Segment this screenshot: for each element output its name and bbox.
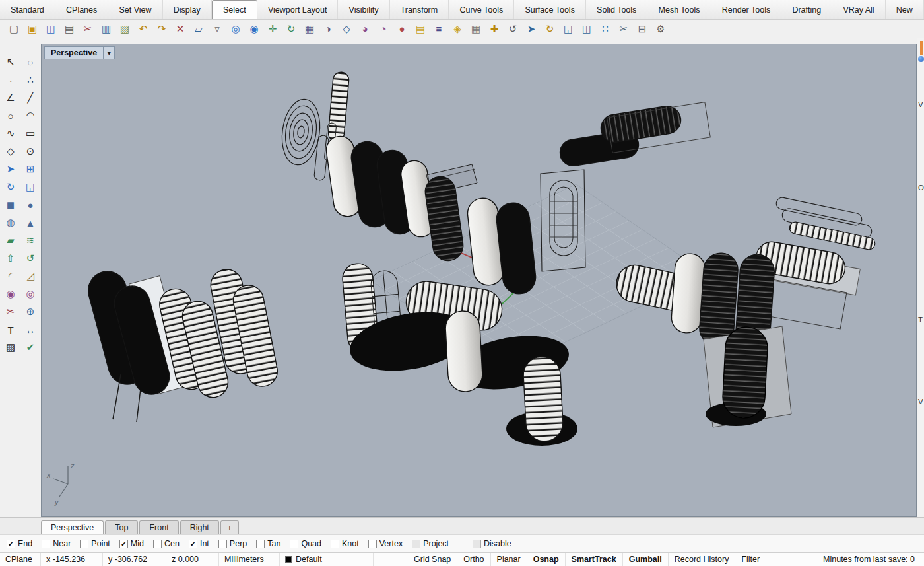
dimension-icon[interactable]: ↔ bbox=[22, 322, 39, 337]
rotate-view-icon[interactable]: ↻ bbox=[282, 21, 300, 37]
freeform-curve-icon[interactable]: ∿ bbox=[2, 125, 19, 141]
checkbox[interactable] bbox=[256, 540, 265, 548]
move-tool-icon[interactable]: ➤ bbox=[2, 161, 19, 177]
menu-tab-new[interactable]: New bbox=[886, 0, 924, 19]
copy-icon[interactable]: ▥ bbox=[98, 21, 115, 37]
arc-icon[interactable]: ◠ bbox=[22, 108, 39, 124]
osnap-toggle-end[interactable]: End bbox=[7, 539, 32, 548]
open-file-icon[interactable]: ▣ bbox=[24, 21, 41, 37]
circle-icon[interactable]: ○ bbox=[2, 108, 19, 124]
menu-tab-surface-tools[interactable]: Surface Tools bbox=[514, 0, 586, 19]
menu-tab-curve-tools[interactable]: Curve Tools bbox=[449, 0, 514, 19]
chamfer-icon[interactable]: ◿ bbox=[22, 268, 39, 284]
viewport-tab-right[interactable]: Right bbox=[180, 520, 219, 534]
status-toggle-planar[interactable]: Planar bbox=[491, 553, 527, 566]
select-arrow-icon[interactable]: ↖ bbox=[2, 54, 19, 70]
osnap-toggle-disable[interactable]: Disable bbox=[473, 539, 512, 548]
undo-icon[interactable]: ↶ bbox=[135, 21, 152, 37]
status-toggle-record-history[interactable]: Record History bbox=[669, 553, 736, 566]
menu-tab-select[interactable]: Select bbox=[212, 0, 257, 19]
status-toggle-ortho[interactable]: Ortho bbox=[457, 553, 490, 566]
cylinder-icon[interactable]: ◍ bbox=[2, 215, 19, 230]
viewport-layout-icon[interactable]: ▦ bbox=[301, 21, 318, 37]
menu-tab-mesh-tools[interactable]: Mesh Tools bbox=[647, 0, 711, 19]
osnap-toggle-tan[interactable]: Tan bbox=[256, 539, 280, 548]
units-selector[interactable]: Millimeters bbox=[219, 553, 280, 566]
checkbox[interactable] bbox=[331, 540, 339, 548]
box-icon[interactable]: ◼ bbox=[2, 197, 19, 213]
print-icon[interactable]: ▤ bbox=[61, 21, 78, 37]
viewport-3d-scene[interactable]: z x y bbox=[42, 44, 917, 517]
wireframe-view-icon[interactable]: ◇ bbox=[338, 21, 355, 37]
menu-tab-vray-all[interactable]: VRay All bbox=[832, 0, 885, 19]
viewport-tab-front[interactable]: Front bbox=[139, 520, 178, 534]
new-file-icon[interactable]: ▢ bbox=[5, 21, 22, 37]
rotate-icon[interactable]: ↻ bbox=[541, 21, 558, 37]
deselect-icon[interactable]: ▿ bbox=[209, 21, 226, 37]
checkbox[interactable] bbox=[368, 540, 377, 548]
viewport-title[interactable]: Perspective bbox=[44, 46, 104, 59]
paste-icon[interactable]: ▧ bbox=[116, 21, 133, 37]
osnap-toggle-int[interactable]: Int bbox=[189, 539, 209, 548]
rotate-tool-icon[interactable]: ↻ bbox=[2, 179, 19, 195]
osnap-toggle-knot[interactable]: Knot bbox=[331, 539, 359, 548]
lasso-select-icon[interactable]: ◌ bbox=[22, 54, 39, 70]
zoom-extents-icon[interactable]: ◎ bbox=[227, 21, 244, 37]
boolean-difference-icon[interactable]: ◎ bbox=[22, 286, 39, 302]
split-icon[interactable]: ⊟ bbox=[634, 21, 651, 37]
scene-objects[interactable] bbox=[84, 71, 876, 446]
checkbox[interactable] bbox=[7, 540, 15, 548]
menu-tab-render-tools[interactable]: Render Tools bbox=[711, 0, 782, 19]
polyline-icon[interactable]: ∠ bbox=[2, 90, 19, 106]
mirror-icon[interactable]: ◫ bbox=[578, 21, 595, 37]
fillet-icon[interactable]: ◜ bbox=[2, 268, 19, 284]
pan-view-icon[interactable]: ✛ bbox=[264, 21, 281, 37]
osnap-toggle-cen[interactable]: Cen bbox=[153, 539, 180, 548]
osnap-toggle-perp[interactable]: Perp bbox=[218, 539, 247, 548]
menu-tab-display[interactable]: Display bbox=[163, 0, 212, 19]
checkbox[interactable] bbox=[42, 540, 50, 548]
zoom-window-icon[interactable]: ◉ bbox=[246, 21, 263, 37]
gumball-toggle-icon[interactable]: ✚ bbox=[486, 21, 503, 37]
options-icon[interactable]: ⚙ bbox=[652, 21, 669, 37]
cplane-selector[interactable]: CPlane bbox=[0, 553, 41, 566]
join-icon[interactable]: ⊕ bbox=[22, 304, 39, 320]
material-editor-icon[interactable]: ● bbox=[393, 21, 411, 37]
scale-icon[interactable]: ◱ bbox=[560, 21, 577, 37]
rectangle-icon[interactable]: ▭ bbox=[22, 125, 39, 141]
render-preview-icon[interactable]: ◔ bbox=[375, 21, 392, 37]
status-toggle-gumball[interactable]: Gumball bbox=[623, 553, 669, 566]
render-icon[interactable]: ◕ bbox=[356, 21, 374, 37]
checkbox[interactable] bbox=[218, 540, 227, 548]
text-icon[interactable]: T bbox=[2, 322, 19, 337]
menu-tab-standard[interactable]: Standard bbox=[0, 0, 55, 19]
revolve-icon[interactable]: ↺ bbox=[22, 250, 39, 266]
osnap-toggle-mid[interactable]: Mid bbox=[119, 539, 144, 548]
status-toggle-grid-snap[interactable]: Grid Snap bbox=[408, 553, 457, 566]
surface-icon[interactable]: ▰ bbox=[2, 232, 19, 248]
menu-tab-drafting[interactable]: Drafting bbox=[781, 0, 832, 19]
record-history-icon[interactable]: ↺ bbox=[504, 21, 521, 37]
move-icon[interactable]: ➤ bbox=[523, 21, 540, 37]
boolean-union-icon[interactable]: ◉ bbox=[2, 286, 19, 302]
menu-tab-viewport-layout[interactable]: Viewport Layout bbox=[257, 0, 339, 19]
osnap-toggle-vertex[interactable]: Vertex bbox=[368, 539, 403, 548]
line-icon[interactable]: ╱ bbox=[22, 90, 39, 106]
viewport-tab-perspective[interactable]: Perspective bbox=[41, 520, 104, 534]
polygon-icon[interactable]: ◇ bbox=[2, 143, 19, 159]
checkbox[interactable] bbox=[290, 540, 298, 548]
menu-tab-visibility[interactable]: Visibility bbox=[338, 0, 389, 19]
chevron-down-icon[interactable]: ▾ bbox=[104, 46, 115, 59]
point-cloud-icon[interactable]: ∴ bbox=[22, 72, 39, 88]
cone-icon[interactable]: ▲ bbox=[22, 215, 39, 230]
menu-tab-transform[interactable]: Transform bbox=[390, 0, 449, 19]
shaded-view-icon[interactable]: ◑ bbox=[319, 21, 337, 37]
ellipse-icon[interactable]: ⊙ bbox=[22, 143, 39, 159]
loft-icon[interactable]: ≋ bbox=[22, 232, 39, 248]
array-icon[interactable]: ∷ bbox=[597, 21, 614, 37]
extrude-icon[interactable]: ⇧ bbox=[2, 250, 19, 266]
sphere-icon[interactable]: ● bbox=[22, 197, 39, 213]
status-toggle-smarttrack[interactable]: SmartTrack bbox=[566, 553, 623, 566]
osnap-toggle-point[interactable]: Point bbox=[80, 539, 110, 548]
status-toggle-osnap[interactable]: Osnap bbox=[527, 553, 566, 566]
